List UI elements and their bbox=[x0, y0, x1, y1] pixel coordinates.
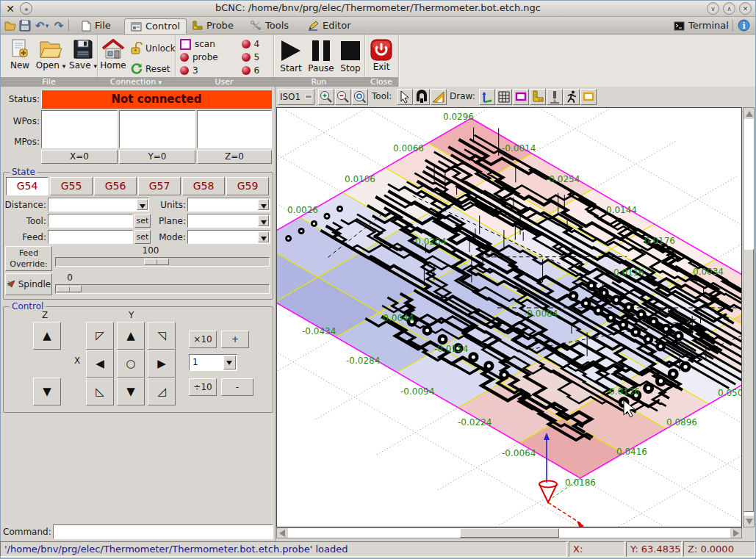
zero-y-button[interactable]: Y=0 bbox=[119, 150, 195, 164]
jog-y-down-button[interactable]: ▼ bbox=[117, 378, 145, 405]
open-button[interactable]: Open ▾ bbox=[35, 39, 67, 71]
user-button-scan[interactable]: scan bbox=[180, 37, 231, 51]
reset-button[interactable]: Reset bbox=[130, 62, 170, 76]
zero-x-button[interactable]: X=0 bbox=[41, 150, 118, 164]
chevron-down-icon[interactable] bbox=[258, 231, 269, 242]
user-button-4[interactable]: 4 bbox=[242, 37, 273, 51]
jog-z-down-button[interactable]: ▼ bbox=[33, 378, 61, 405]
tab-tools[interactable]: Tools bbox=[245, 18, 295, 33]
feed-override-slider-handle[interactable] bbox=[144, 259, 169, 265]
unlock-button[interactable]: Unlock bbox=[130, 42, 176, 55]
select-tool-button[interactable] bbox=[397, 89, 413, 105]
gcode-canvas[interactable]: 0.0296-0.0014-0.02540.01440.01760.00340.… bbox=[276, 107, 742, 527]
scroll-up-arrow[interactable] bbox=[744, 108, 754, 119]
view-select[interactable]: ISO1 bbox=[278, 89, 314, 105]
title-bar[interactable]: ✕ bCNC: /home/bnv/prg/elec/Thermometer/T… bbox=[1, 1, 755, 17]
zoom-out-button[interactable] bbox=[335, 89, 351, 105]
user-button-probe[interactable]: probe bbox=[180, 51, 231, 64]
stop-button[interactable]: Stop bbox=[337, 39, 364, 73]
chevron-down-icon[interactable] bbox=[137, 199, 148, 210]
pause-button[interactable]: Pause bbox=[306, 39, 336, 73]
step-minus-button[interactable]: - bbox=[221, 378, 253, 396]
jog-z-up-button[interactable]: ▲ bbox=[33, 322, 61, 350]
zoom-fit-button[interactable] bbox=[352, 89, 368, 105]
feed-set-button[interactable]: set bbox=[134, 230, 151, 244]
step-div10-button[interactable]: ÷10 bbox=[189, 378, 217, 396]
jog-y-up-x-right-button[interactable]: ◹ bbox=[148, 322, 176, 350]
user-button-5[interactable]: 5 bbox=[242, 51, 273, 64]
spindle-slider-handle[interactable] bbox=[57, 286, 82, 292]
jog-y-up-x-left-button[interactable]: ◸ bbox=[86, 322, 114, 350]
gantry-tool-button[interactable] bbox=[414, 89, 430, 105]
wcs-button-g58[interactable]: G58 bbox=[182, 177, 225, 195]
save-button[interactable]: Save ▾ bbox=[68, 39, 98, 71]
vscroll-thumb[interactable] bbox=[744, 249, 754, 512]
save-file-icon[interactable] bbox=[18, 19, 32, 32]
home-button[interactable]: Home bbox=[99, 39, 127, 71]
tab-file[interactable]: File bbox=[76, 18, 117, 33]
feed-override-button[interactable]: Feed Override: bbox=[5, 246, 52, 271]
tab-control[interactable]: Control bbox=[124, 18, 187, 34]
command-input[interactable] bbox=[53, 524, 273, 539]
step-combobox[interactable]: 1 bbox=[189, 354, 237, 371]
spindle-button[interactable]: Spindle bbox=[5, 273, 52, 295]
step-plus-button[interactable]: + bbox=[221, 331, 249, 348]
jog-x-right-button[interactable]: ▶ bbox=[148, 350, 176, 378]
wcs-button-g55[interactable]: G55 bbox=[50, 177, 93, 195]
units-combobox[interactable] bbox=[187, 198, 270, 212]
close-button[interactable]: ✕ bbox=[739, 2, 752, 15]
chevron-down-icon[interactable] bbox=[223, 356, 236, 369]
minimize-button[interactable]: ∨ bbox=[707, 2, 719, 15]
wcs-button-g56[interactable]: G56 bbox=[94, 177, 137, 195]
wcs-button-g57[interactable]: G57 bbox=[138, 177, 181, 195]
distance-combobox[interactable] bbox=[48, 198, 149, 212]
tool-set-button[interactable]: set bbox=[134, 214, 151, 228]
zoom-in-button[interactable] bbox=[318, 89, 334, 105]
tool-input[interactable] bbox=[48, 214, 133, 228]
draw-workarea-button[interactable] bbox=[580, 89, 597, 105]
spindle-slider[interactable] bbox=[55, 284, 270, 294]
info-icon[interactable]: i bbox=[738, 19, 751, 32]
hscroll-thumb[interactable] bbox=[460, 528, 559, 538]
status-banner[interactable]: Not connected bbox=[41, 90, 272, 109]
tab-editor[interactable]: Editor bbox=[302, 18, 356, 33]
draw-ruler-button[interactable] bbox=[530, 89, 546, 105]
chevron-down-icon[interactable] bbox=[258, 215, 269, 226]
draw-probe-button[interactable] bbox=[547, 89, 563, 105]
feed-input[interactable] bbox=[48, 230, 133, 244]
jog-y-up-button[interactable]: ▲ bbox=[117, 322, 145, 350]
draw-axes-button[interactable] bbox=[479, 89, 495, 105]
user-button-6[interactable]: 6 bbox=[242, 64, 273, 77]
terminal-button[interactable]: Terminal bbox=[668, 18, 735, 33]
start-button[interactable]: Start bbox=[277, 39, 305, 73]
user-button-3[interactable]: 3 bbox=[180, 64, 231, 77]
new-button[interactable]: New bbox=[7, 39, 33, 71]
jog-stop-button[interactable]: ○ bbox=[117, 350, 145, 378]
scroll-down-arrow[interactable] bbox=[744, 516, 754, 527]
draw-margin-button[interactable] bbox=[513, 89, 529, 105]
feed-override-slider[interactable] bbox=[55, 257, 270, 267]
scroll-right-arrow[interactable] bbox=[730, 528, 741, 538]
draw-grid-button[interactable] bbox=[496, 89, 512, 105]
draw-rapid-button[interactable] bbox=[564, 89, 580, 105]
wcs-button-g59[interactable]: G59 bbox=[226, 177, 269, 195]
wcs-button-g54[interactable]: G54 bbox=[6, 177, 48, 195]
step-mul10-button[interactable]: ×10 bbox=[189, 331, 217, 348]
redo-icon[interactable]: ↷ bbox=[52, 19, 65, 32]
plane-combobox[interactable] bbox=[187, 214, 270, 228]
connection-group-label[interactable]: Connection ▾ bbox=[97, 77, 175, 87]
tab-probe[interactable]: Probe bbox=[186, 18, 240, 33]
exit-button[interactable]: Exit bbox=[367, 39, 395, 72]
canvas-vscrollbar[interactable] bbox=[743, 107, 755, 527]
ruler-tool-button[interactable] bbox=[431, 89, 447, 105]
canvas-hscrollbar[interactable] bbox=[276, 527, 742, 538]
scroll-left-arrow[interactable] bbox=[277, 528, 288, 538]
open-file-icon[interactable] bbox=[4, 19, 17, 32]
zero-z-button[interactable]: Z=0 bbox=[197, 150, 272, 164]
maximize-button[interactable]: ∧ bbox=[723, 2, 735, 15]
jog-x-left-button[interactable]: ◀ bbox=[86, 350, 114, 378]
undo-dropdown-icon[interactable]: ▾ bbox=[43, 19, 51, 32]
mode-combobox[interactable] bbox=[187, 230, 270, 244]
jog-y-down-x-left-button[interactable]: ◺ bbox=[86, 378, 114, 405]
jog-y-down-x-right-button[interactable]: ◿ bbox=[148, 378, 176, 405]
